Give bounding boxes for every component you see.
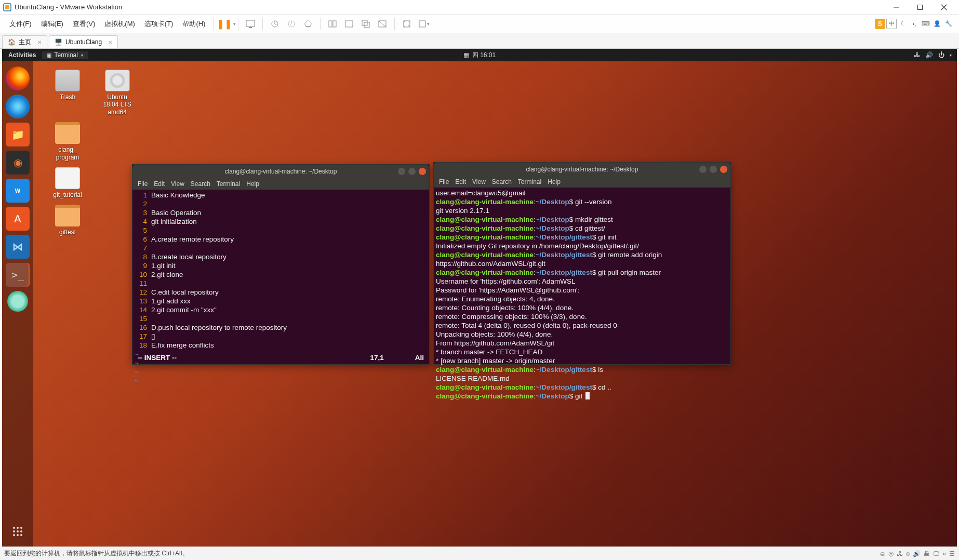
svg-rect-16 bbox=[364, 22, 369, 28]
term-menu-search[interactable]: Search bbox=[492, 178, 512, 185]
printer-icon[interactable]: 🖶 bbox=[924, 550, 930, 557]
view-single-button[interactable] bbox=[341, 16, 357, 32]
tab-close-icon[interactable]: ✕ bbox=[37, 39, 42, 45]
cd-icon[interactable]: ◎ bbox=[888, 550, 894, 557]
ime-skin-icon[interactable]: 👤 bbox=[932, 19, 942, 29]
terminal-window-shell[interactable]: clang@clang-virtual-machine: ~/Desktop F… bbox=[433, 162, 731, 365]
suspend-button[interactable]: ❚❚▾ bbox=[218, 16, 234, 32]
dock-thunderbird[interactable] bbox=[6, 95, 30, 118]
guest-display: Activities ▣ Terminal ▾ ▦ 四 16:01 🖧 🔊 ⏻ … bbox=[2, 49, 957, 546]
terminal-title-bar[interactable]: clang@clang-virtual-machine: ~/Desktop bbox=[132, 165, 429, 178]
app-menu[interactable]: ▣ Terminal ▾ bbox=[42, 51, 88, 59]
term-menu-help[interactable]: Help bbox=[246, 180, 259, 188]
term-menu-file[interactable]: File bbox=[138, 180, 148, 188]
maximize-icon[interactable] bbox=[408, 168, 416, 175]
terminal-window-vim[interactable]: clang@clang-virtual-machine: ~/Desktop F… bbox=[132, 164, 430, 365]
tab-close-icon[interactable]: ✕ bbox=[108, 39, 112, 45]
minimize-icon[interactable] bbox=[398, 168, 405, 175]
separator bbox=[214, 18, 214, 30]
view-console-button[interactable] bbox=[375, 16, 390, 32]
vmware-status-bar: 要返回到您的计算机，请将鼠标指针从虚拟机中移出或按 Ctrl+Alt。 ⛀ ◎ … bbox=[0, 546, 959, 560]
snapshot-manager-button[interactable] bbox=[300, 16, 316, 32]
term-menu-view[interactable]: View bbox=[171, 180, 184, 188]
ime-keyboard-icon[interactable]: ⌨ bbox=[921, 19, 931, 29]
folder-icon bbox=[55, 122, 80, 144]
term-menu-edit[interactable]: Edit bbox=[154, 180, 165, 188]
sound-icon[interactable]: 🔊 bbox=[913, 550, 921, 557]
term-menu-help[interactable]: Help bbox=[548, 178, 561, 185]
usb-icon[interactable]: ⎋ bbox=[906, 550, 910, 557]
dock-files[interactable]: 📁 bbox=[6, 123, 30, 146]
term-menu-terminal[interactable]: Terminal bbox=[217, 180, 240, 188]
tab-vm[interactable]: 🖥️ UbuntuClang ✕ bbox=[49, 35, 118, 48]
svg-rect-14 bbox=[345, 21, 353, 27]
stretch-button[interactable]: ▾ bbox=[416, 16, 431, 32]
sogou-icon[interactable]: S bbox=[875, 19, 885, 29]
close-icon[interactable] bbox=[720, 166, 727, 173]
view-unity-button[interactable] bbox=[358, 16, 374, 32]
terminal-menu-bar: File Edit View Search Terminal Help bbox=[434, 176, 730, 188]
desktop-icon-disc[interactable]: Ubuntu 18.04 LTS amd64 bbox=[97, 70, 138, 116]
chevron-icon[interactable]: » bbox=[942, 550, 946, 557]
svg-line-18 bbox=[379, 21, 386, 27]
shell-body[interactable]: user.email=clangwu5@gmailclang@clang-vir… bbox=[434, 188, 730, 402]
fullscreen-button[interactable] bbox=[399, 16, 415, 32]
svg-rect-1 bbox=[5, 5, 9, 9]
dock-libreoffice[interactable]: W bbox=[6, 179, 30, 203]
menu-vm[interactable]: 虚拟机(M) bbox=[100, 17, 139, 31]
menu-edit[interactable]: 编辑(E) bbox=[37, 17, 68, 31]
ime-moon-icon[interactable]: ☾ bbox=[898, 19, 908, 29]
network-icon[interactable]: 🖧 bbox=[897, 550, 903, 557]
snapshot-take-button[interactable] bbox=[267, 16, 283, 32]
window-close-button[interactable] bbox=[932, 0, 956, 15]
dock-firefox[interactable] bbox=[6, 66, 30, 90]
menu-file[interactable]: 文件(F) bbox=[5, 17, 36, 31]
desktop-icon-git-tutorial[interactable]: git_tutorial bbox=[47, 167, 88, 198]
grab-hint: 要返回到您的计算机，请将鼠标指针从虚拟机中移出或按 Ctrl+Alt。 bbox=[4, 549, 189, 558]
window-title: UbuntuClang - VMware Workstation bbox=[15, 3, 122, 11]
dock-cisco[interactable] bbox=[7, 291, 28, 312]
svg-rect-7 bbox=[249, 27, 252, 28]
minimize-icon[interactable] bbox=[699, 166, 707, 173]
display-icon[interactable]: 🖵 bbox=[933, 550, 939, 557]
term-menu-search[interactable]: Search bbox=[191, 180, 210, 188]
menu-icon[interactable]: ☰ bbox=[949, 550, 955, 557]
activities-button[interactable]: Activities bbox=[2, 51, 42, 59]
dock-software[interactable]: A bbox=[6, 207, 30, 231]
ime-lang-icon[interactable]: 中 bbox=[886, 19, 897, 29]
close-icon[interactable] bbox=[419, 168, 426, 175]
system-tray[interactable]: 🖧 🔊 ⏻ ▾ bbox=[914, 51, 957, 59]
vim-mode: -- INSERT -- bbox=[138, 353, 177, 362]
menu-tabs[interactable]: 选项卡(T) bbox=[140, 17, 178, 31]
chevron-down-icon: ▾ bbox=[81, 53, 83, 58]
dock-show-apps[interactable] bbox=[13, 527, 22, 536]
maximize-button[interactable] bbox=[908, 0, 932, 15]
snapshot-revert-button[interactable] bbox=[284, 16, 299, 32]
dock-rhythmbox[interactable]: ◉ bbox=[6, 151, 30, 175]
desktop-icon-gittest[interactable]: gittest bbox=[47, 205, 88, 236]
term-menu-terminal[interactable]: Terminal bbox=[518, 178, 541, 185]
menu-view[interactable]: 查看(V) bbox=[69, 17, 99, 31]
term-menu-view[interactable]: View bbox=[472, 178, 486, 185]
terminal-title-bar[interactable]: clang@clang-virtual-machine: ~/Desktop bbox=[434, 163, 730, 176]
ime-punct-icon[interactable]: •, bbox=[909, 19, 920, 29]
svg-rect-13 bbox=[333, 21, 336, 27]
ime-tool-icon[interactable]: 🔧 bbox=[943, 19, 954, 29]
menu-help[interactable]: 帮助(H) bbox=[178, 17, 209, 31]
desktop-icon-clang-program[interactable]: clang_ program bbox=[47, 122, 88, 161]
maximize-icon[interactable] bbox=[710, 166, 717, 173]
dock-terminal[interactable]: >_ bbox=[6, 263, 30, 287]
chevron-down-icon: ▾ bbox=[950, 53, 952, 58]
tab-home[interactable]: 🏠 主页 ✕ bbox=[2, 35, 47, 48]
minimize-button[interactable] bbox=[884, 0, 908, 15]
view-split-button[interactable] bbox=[325, 16, 340, 32]
hdd-icon[interactable]: ⛀ bbox=[880, 550, 885, 557]
term-menu-file[interactable]: File bbox=[439, 178, 449, 185]
term-menu-edit[interactable]: Edit bbox=[455, 178, 466, 185]
terminal-title: clang@clang-virtual-machine: ~/Desktop bbox=[526, 166, 638, 173]
send-ctrl-alt-del-button[interactable] bbox=[243, 16, 258, 32]
desktop-icon-trash[interactable]: Trash bbox=[47, 70, 88, 101]
ubuntu-desktop[interactable]: 📁 ◉ W A ⋈ >_ Trash Ubuntu 18.04 LTS amd6… bbox=[2, 61, 957, 546]
clock[interactable]: ▦ 四 16:01 bbox=[463, 51, 496, 60]
dock-vscode[interactable]: ⋈ bbox=[6, 235, 30, 259]
